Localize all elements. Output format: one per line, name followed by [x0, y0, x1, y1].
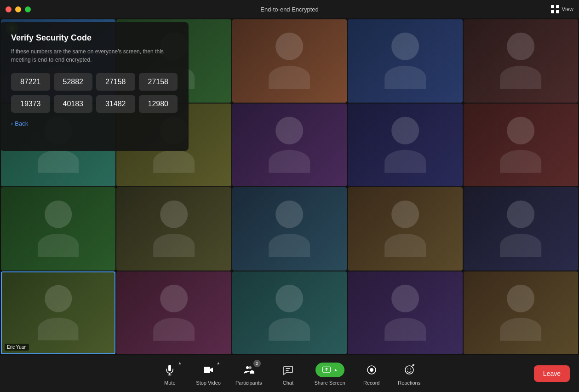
- chat-icon-wrap: [280, 362, 296, 378]
- video-cell: [348, 19, 462, 103]
- code-block-3: 27158: [96, 73, 135, 91]
- video-cell: [348, 271, 462, 355]
- view-label: View: [562, 6, 573, 12]
- security-heading: Verify Security Code: [11, 33, 178, 43]
- reactions-icon: [404, 364, 415, 375]
- code-block-5: 19373: [11, 95, 50, 113]
- video-cell: [464, 19, 578, 103]
- share-screen-caret-icon[interactable]: ▲: [334, 368, 338, 372]
- share-screen-inner: ▲: [315, 363, 344, 377]
- svg-point-13: [405, 366, 413, 374]
- reactions-button[interactable]: Reactions: [398, 362, 421, 386]
- security-description: If these numbers are the same on everyon…: [11, 47, 178, 64]
- video-cell: [464, 271, 578, 355]
- video-cell: [116, 187, 231, 271]
- mute-button[interactable]: ▲ Mute: [158, 362, 181, 386]
- share-screen-icon-wrap: ▲: [321, 362, 338, 378]
- mute-label: Mute: [164, 380, 175, 386]
- svg-point-14: [407, 369, 408, 369]
- participants-count-badge: 2: [253, 360, 261, 367]
- video-cell: [1, 187, 115, 271]
- stop-video-caret-icon[interactable]: ▲: [216, 361, 220, 365]
- video-cell: [232, 271, 347, 355]
- record-button[interactable]: Record: [360, 362, 383, 386]
- stop-video-icon-wrap: ▲: [200, 362, 217, 378]
- back-label: Back: [15, 120, 28, 127]
- chat-button[interactable]: Chat: [276, 362, 299, 386]
- svg-rect-2: [551, 10, 554, 13]
- code-block-6: 40183: [54, 95, 93, 113]
- title-bar: End-to-end Encrypted View: [0, 0, 579, 18]
- video-cell: [232, 187, 347, 271]
- mute-icon-wrap: ▲: [161, 362, 178, 378]
- video-cell: [116, 271, 231, 355]
- window-controls: [6, 6, 31, 12]
- record-icon: [366, 364, 377, 375]
- code-block-2: 52882: [54, 73, 93, 91]
- grid-icon: [550, 5, 560, 14]
- chat-icon: [282, 364, 293, 375]
- camera-icon: [203, 364, 214, 375]
- svg-point-12: [370, 368, 373, 372]
- video-cell: [232, 104, 347, 187]
- code-block-4: 27158: [139, 73, 178, 91]
- svg-rect-0: [551, 5, 554, 8]
- video-cell: [464, 104, 578, 187]
- participants-icon: [243, 364, 254, 375]
- microphone-icon: [164, 364, 175, 375]
- participant-name-label: Eric Yuan: [5, 344, 29, 351]
- code-block-7: 31482: [96, 95, 135, 113]
- video-cell: [232, 19, 347, 103]
- toolbar: ▲ Mute ▲ Stop Video 2 Participants: [0, 355, 579, 392]
- code-block-8: 12980: [139, 95, 178, 113]
- svg-rect-3: [556, 10, 559, 13]
- participants-label: Participants: [235, 380, 262, 386]
- code-row-1: 87221 52882 27158 27158: [11, 73, 178, 91]
- maximize-button[interactable]: [25, 6, 31, 12]
- record-label: Record: [363, 380, 379, 386]
- minimize-button[interactable]: [15, 6, 21, 12]
- reactions-label: Reactions: [398, 380, 420, 386]
- leave-button[interactable]: Leave: [534, 365, 570, 382]
- share-screen-icon: [322, 365, 331, 375]
- svg-point-15: [410, 369, 411, 369]
- stop-video-label: Stop Video: [196, 380, 221, 386]
- back-chevron-icon: ‹: [11, 120, 13, 127]
- video-cell-eric-yuan: Eric Yuan: [1, 271, 115, 355]
- chat-label: Chat: [283, 380, 293, 386]
- code-block-1: 87221: [11, 73, 50, 91]
- stop-video-button[interactable]: ▲ Stop Video: [196, 362, 221, 386]
- participants-button[interactable]: 2 Participants: [235, 362, 262, 386]
- participants-icon-wrap: 2: [241, 362, 257, 378]
- video-cell: [464, 187, 578, 271]
- reactions-icon-wrap: [401, 362, 418, 378]
- video-cell: [348, 104, 462, 187]
- view-button[interactable]: View: [550, 5, 573, 14]
- svg-point-6: [246, 366, 249, 369]
- share-screen-label: Share Screen: [314, 380, 345, 386]
- share-screen-button[interactable]: ▲ Share Screen: [314, 362, 345, 386]
- security-overlay: Verify Security Code If these numbers ar…: [0, 22, 189, 151]
- close-button[interactable]: [6, 6, 11, 12]
- back-button[interactable]: ‹ Back: [11, 120, 178, 127]
- mute-caret-icon[interactable]: ▲: [178, 361, 182, 365]
- svg-point-7: [249, 366, 252, 369]
- svg-rect-1: [556, 5, 559, 8]
- video-cell: [348, 187, 462, 271]
- record-icon-wrap: [363, 362, 380, 378]
- code-row-2: 19373 40183 31482 12980: [11, 95, 178, 113]
- window-title: End-to-end Encrypted: [260, 6, 318, 13]
